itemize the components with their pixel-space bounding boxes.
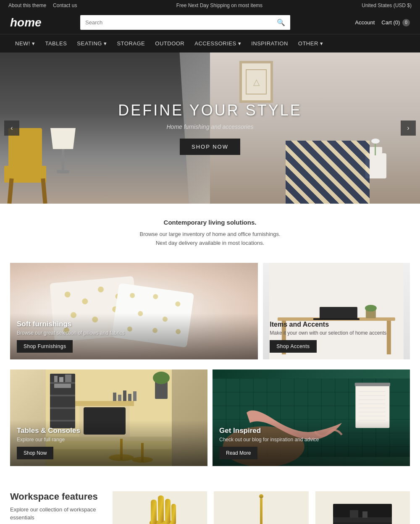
cart-badge: 0 [402,19,410,26]
nav-item-accessories[interactable]: ACCESSORIES ▾ [189,34,246,52]
site-header: home 🔍 Account Cart (0) 0 [0,11,420,34]
svg-rect-93 [260,498,262,524]
get-inspired-card: Get Inspired Check out our blog for insp… [213,369,410,466]
search-input[interactable] [80,16,272,29]
product-image-desk [315,491,410,524]
chair-leg-2 [41,178,47,204]
svg-rect-47 [113,393,116,401]
workspace-grid: Workspace features Explore our collectio… [10,491,410,524]
svg-rect-49 [123,390,126,401]
featured-soft-furnishings: Soft furnishings Browse our great select… [10,263,258,359]
nav-item-new[interactable]: NEW! ▾ [10,34,40,52]
product-image-hand [113,491,207,524]
top-bar: About this theme Contact us Free Next Da… [0,0,420,11]
chevron-down-icon-3: ▾ [238,40,242,47]
nav-item-tables[interactable]: TABLES [40,34,72,52]
desk-svg [329,491,396,524]
product-image-lamp [214,491,308,524]
account-link[interactable]: Account [355,19,375,26]
top-bar-region[interactable]: United States (USD $) [362,3,412,8]
workspace-subtitle: Explore our collection of workspace esse… [10,506,102,522]
main-nav: NEW! ▾ TABLES SEATING ▾ STORAGE OUTDOOR … [0,34,420,52]
hero-next-button[interactable]: › [401,121,416,136]
nav-label-storage: STORAGE [117,40,145,47]
inspired-title: Get Inspired [219,427,403,435]
nav-item-seating[interactable]: SEATING ▾ [72,34,112,52]
inspired-overlay: Get Inspired Check out our blog for insp… [213,420,410,466]
tables-subtitle: Explore our full range [17,437,201,443]
lamp-base [62,149,64,170]
svg-rect-30 [50,382,75,384]
chevron-down-icon: ▾ [32,40,35,47]
search-form: 🔍 [80,15,290,30]
search-icon: 🔍 [277,19,285,26]
search-button[interactable]: 🔍 [272,15,290,30]
nav-item-storage[interactable]: STORAGE [112,34,150,52]
shop-furnishings-button[interactable]: Shop Furnishings [17,340,73,353]
floor-lamp-svg [240,491,282,524]
svg-rect-35 [59,377,63,382]
about-theme-link[interactable]: About this theme [8,3,46,8]
hand-sculpture-svg [135,491,185,524]
soft-furnishings-overlay: Soft furnishings Browse our great select… [10,313,258,359]
site-logo[interactable]: home [10,16,44,29]
hero-title: DEFINE YOUR STYLE [118,102,302,119]
svg-rect-32 [50,407,75,409]
contact-us-link[interactable]: Contact us [53,3,77,8]
shop-accents-button[interactable]: Shop Accents [270,340,316,353]
product-card-desk [315,491,410,524]
svg-rect-98 [362,511,368,518]
svg-rect-48 [118,395,121,401]
tables-shop-button[interactable]: Shop Now [17,447,53,459]
artwork-inner: △ [246,69,267,94]
top-bar-left: About this theme Contact us [8,3,77,8]
mid-line1: Browse our large inventory of home and o… [8,230,412,239]
mid-section: Contemporary living solutions. Browse ou… [0,204,420,263]
soft-furnishings-subtitle: Browse our great selection of pillows an… [17,330,251,336]
nav-label-new: NEW! [15,40,30,47]
svg-rect-97 [350,510,358,518]
cart-label: Cart [381,19,392,25]
top-bar-announcement: Free Next Day Shipping on most items [77,3,362,8]
svg-rect-87 [151,500,157,524]
svg-rect-40 [75,401,134,406]
chevron-down-icon-2: ▾ [104,40,107,47]
nav-item-other[interactable]: OTHER ▾ [293,34,328,52]
svg-rect-88 [158,495,164,523]
accents-title: Items and Accents [270,321,403,328]
tables-overlay: Tables & Consoles Explore our full range… [10,420,207,466]
nav-label-other: OTHER [298,40,318,47]
svg-rect-31 [50,395,75,396]
hero-prev-button[interactable]: ‹ [4,121,19,136]
svg-point-92 [259,494,263,498]
svg-point-26 [365,305,377,312]
mid-heading: Contemporary living solutions. [8,219,412,226]
hero-cta-button[interactable]: SHOP NOW [180,139,240,155]
nav-label-inspiration: INSPIRATION [251,40,288,47]
lamp-foot [57,170,69,173]
hero-artwork: △ [239,61,273,103]
vase-neck [370,147,382,153]
svg-rect-51 [133,391,136,401]
svg-rect-50 [128,394,131,401]
tables-title: Tables & Consoles [17,427,201,435]
nav-item-outdoor[interactable]: OUTDOOR [150,34,189,52]
hero-banner: △ ‹ › DEFINE YOUR STYLE Home furnishing … [0,52,420,204]
featured-accents: Items and Accents Make it your own with … [263,263,410,359]
featured-grid: Soft furnishings Browse our great select… [0,263,420,369]
soft-furnishings-title: Soft furnishings [17,320,251,328]
read-more-button[interactable]: Read More [219,447,257,459]
nav-label-accessories: ACCESSORIES [194,40,236,47]
svg-rect-89 [165,499,171,524]
workspace-section: Workspace features Explore our collectio… [0,476,420,524]
cart-link[interactable]: Cart (0) 0 [381,19,410,26]
nav-item-inspiration[interactable]: INSPIRATION [246,34,293,52]
nav-label-seating: SEATING [77,40,102,47]
flower-head [371,139,380,144]
product-card-lamp [214,491,308,524]
hero-chair-decor [0,128,59,204]
nav-label-tables: TABLES [45,40,67,47]
accents-subtitle: Make it your own with our selection of h… [270,330,403,336]
product-card-hand [113,491,207,524]
workspace-text-block: Workspace features Explore our collectio… [10,491,102,524]
